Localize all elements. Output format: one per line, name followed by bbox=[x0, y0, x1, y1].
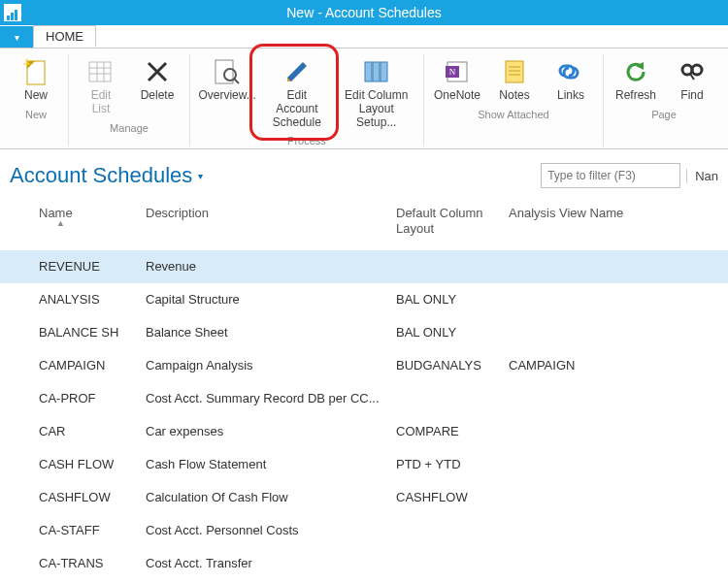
new-button-label: New bbox=[24, 89, 48, 103]
cell-description: Cost Acct. Personnel Costs bbox=[140, 523, 390, 537]
page-title-text: Account Schedules bbox=[10, 163, 192, 188]
page-title[interactable]: Account Schedules ▾ bbox=[10, 163, 203, 188]
table-row[interactable]: CAMPAIGNCampaign AnalysisBUDGANALYSCAMPA… bbox=[0, 349, 728, 382]
cell-description: Cost Acct. Transfer bbox=[140, 556, 390, 570]
svg-rect-0 bbox=[7, 16, 10, 20]
notes-button[interactable]: Notes bbox=[488, 54, 541, 105]
delete-button[interactable]: Delete bbox=[131, 54, 183, 118]
cell-layout: BUDGANALYS bbox=[390, 358, 503, 372]
cell-description: Cash Flow Statement bbox=[140, 457, 390, 471]
grid: Name ▲ Description Default Column Layout… bbox=[0, 196, 728, 583]
group-label-process: Process bbox=[287, 135, 326, 146]
cell-layout: COMPARE bbox=[390, 424, 503, 438]
svg-line-17 bbox=[234, 79, 239, 83]
cell-name: CA-PROF bbox=[33, 391, 140, 405]
new-button[interactable]: New bbox=[10, 54, 62, 105]
svg-rect-20 bbox=[365, 62, 372, 81]
cell-name: CA-STAFF bbox=[33, 523, 140, 537]
find-button[interactable]: Find bbox=[666, 54, 718, 105]
cell-layout: PTD + YTD bbox=[390, 457, 503, 471]
ribbon-group-process: Overview... Edit Account Schedule Edit C… bbox=[190, 54, 424, 146]
file-tab[interactable]: ▾ bbox=[0, 26, 33, 48]
onenote-button[interactable]: N OneNote bbox=[430, 54, 484, 105]
edit-column-layout-button[interactable]: Edit Column Layout Setup... bbox=[335, 54, 417, 131]
notes-icon bbox=[499, 56, 530, 87]
notes-label: Notes bbox=[499, 89, 529, 103]
overview-button[interactable]: Overview... bbox=[196, 54, 258, 131]
table-row[interactable]: CFTRADETrade Cash Flow AnalysisCASHFLOW bbox=[0, 580, 728, 583]
table-row[interactable]: REVENUERevenue bbox=[0, 250, 728, 283]
cell-name: CASHFLOW bbox=[33, 490, 140, 504]
filter-column-label[interactable]: Nan bbox=[686, 169, 718, 183]
cell-layout: BAL ONLY bbox=[390, 325, 503, 340]
overview-label: Overview... bbox=[198, 89, 255, 103]
table-row[interactable]: CASHFLOWCalculation Of Cash FlowCASHFLOW bbox=[0, 481, 728, 514]
table-row[interactable]: BALANCE SHBalance SheetBAL ONLY bbox=[0, 316, 728, 349]
cell-name: CAR bbox=[33, 424, 140, 438]
onenote-icon: N bbox=[442, 56, 473, 87]
refresh-label: Refresh bbox=[615, 89, 656, 103]
window-title: New - Account Schedules bbox=[27, 5, 701, 20]
columns-icon bbox=[361, 56, 392, 87]
cell-name: BALANCE SH bbox=[33, 325, 140, 340]
ribbon-group-manage: Edit List Delete Manage bbox=[69, 54, 190, 146]
edit-list-label: Edit List bbox=[91, 89, 112, 116]
svg-rect-22 bbox=[381, 62, 387, 81]
ribbon-group-new: New New bbox=[4, 54, 69, 146]
group-label-manage: Manage bbox=[110, 122, 149, 134]
col-header-default-layout[interactable]: Default Column Layout bbox=[390, 206, 503, 236]
svg-rect-1 bbox=[11, 13, 14, 20]
edit-account-schedule-label: Edit Account Schedule bbox=[266, 89, 327, 129]
links-button[interactable]: Links bbox=[545, 54, 597, 105]
group-label-page: Page bbox=[651, 109, 677, 120]
table-row[interactable]: CA-PROFCost Acct. Summary Record DB per … bbox=[0, 382, 728, 415]
chevron-down-icon: ▾ bbox=[198, 171, 203, 181]
cell-description: Cost Acct. Summary Record DB per CC... bbox=[140, 391, 390, 405]
table-row[interactable]: CA-STAFFCost Acct. Personnel Costs bbox=[0, 514, 728, 547]
ribbon-group-page: Refresh Find Page bbox=[604, 54, 724, 146]
app-icon bbox=[4, 4, 21, 21]
col-header-name[interactable]: Name ▲ bbox=[33, 206, 140, 228]
links-icon bbox=[555, 56, 586, 87]
cell-description: Car expenses bbox=[140, 424, 390, 438]
table-row[interactable]: CASH FLOWCash Flow StatementPTD + YTD bbox=[0, 448, 728, 481]
edit-list-button: Edit List bbox=[75, 54, 127, 118]
cell-description: Capital Structure bbox=[140, 292, 390, 307]
cell-name: CAMPAIGN bbox=[33, 358, 140, 372]
grid-header: Name ▲ Description Default Column Layout… bbox=[0, 196, 728, 249]
svg-marker-18 bbox=[287, 62, 307, 81]
cell-layout: BAL ONLY bbox=[390, 292, 503, 307]
find-label: Find bbox=[680, 89, 703, 103]
table-row[interactable]: CARCar expensesCOMPARE bbox=[0, 415, 728, 448]
svg-rect-8 bbox=[89, 62, 111, 81]
edit-account-schedule-button[interactable]: Edit Account Schedule bbox=[262, 54, 331, 131]
table-row[interactable]: CA-TRANSCost Acct. Transfer bbox=[0, 547, 728, 580]
filter-area: Nan bbox=[541, 163, 718, 188]
table-row[interactable]: ANALYSISCapital StructureBAL ONLY bbox=[0, 283, 728, 316]
pencil-icon bbox=[281, 56, 313, 87]
cell-view: CAMPAIGN bbox=[503, 358, 728, 372]
links-label: Links bbox=[557, 89, 584, 103]
col-header-analysis-view[interactable]: Analysis View Name bbox=[503, 206, 728, 221]
overview-icon bbox=[212, 56, 243, 87]
home-tab[interactable]: HOME bbox=[33, 25, 96, 48]
onenote-label: OneNote bbox=[434, 89, 480, 103]
cell-name: ANALYSIS bbox=[33, 292, 140, 307]
cell-layout: CASHFLOW bbox=[390, 490, 503, 504]
delete-icon bbox=[142, 56, 173, 87]
group-label-new: New bbox=[25, 109, 47, 120]
cell-description: Revenue bbox=[140, 259, 390, 274]
col-header-description[interactable]: Description bbox=[140, 206, 390, 220]
svg-point-32 bbox=[692, 65, 702, 75]
cell-name: CA-TRANS bbox=[33, 556, 140, 570]
edit-list-icon bbox=[85, 56, 116, 87]
ribbon: New New Edit List Delete Manage bbox=[0, 48, 728, 149]
svg-rect-26 bbox=[506, 61, 523, 82]
filter-input[interactable] bbox=[541, 163, 680, 188]
ribbon-group-show-attached: N OneNote Notes Links Show Attached bbox=[424, 54, 604, 146]
svg-rect-2 bbox=[15, 10, 17, 20]
refresh-button[interactable]: Refresh bbox=[610, 54, 662, 105]
title-bar: New - Account Schedules bbox=[0, 0, 728, 25]
refresh-icon bbox=[620, 56, 651, 87]
group-label-show-attached: Show Attached bbox=[478, 109, 548, 120]
